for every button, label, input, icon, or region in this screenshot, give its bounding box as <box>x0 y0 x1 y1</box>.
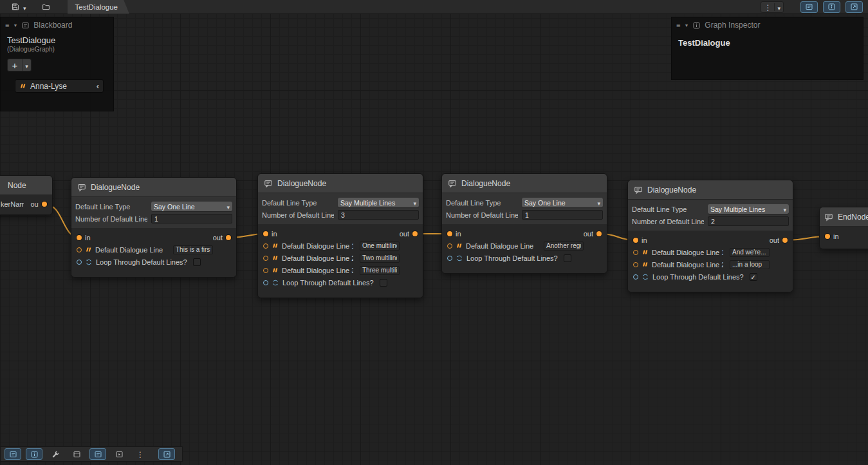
out-port[interactable] <box>226 235 231 240</box>
dialogue-line-port[interactable] <box>263 256 268 261</box>
dialogue-line-port[interactable] <box>263 243 268 249</box>
loop-port[interactable] <box>77 260 82 265</box>
loop-port[interactable] <box>263 280 268 285</box>
blackboard-header[interactable]: ≡ ▼ Blackboard <box>1 17 113 33</box>
collapse-arrow-icon[interactable]: ▼ <box>13 23 17 28</box>
line-type-dropdown[interactable]: Say Multiple Lines <box>708 204 789 214</box>
panel-play-icon <box>115 450 124 459</box>
inspector-toggle-button[interactable] <box>26 448 42 460</box>
dialogue-line-label: Default Dialogue Line 3 <box>282 267 353 274</box>
dialogue-line-input[interactable] <box>173 245 213 254</box>
blackboard-toggle-button[interactable] <box>800 1 818 13</box>
maximize-button[interactable] <box>158 448 175 460</box>
loop-checkbox[interactable] <box>380 279 387 287</box>
window-button[interactable] <box>68 448 85 460</box>
node-title-bar[interactable]: DialogueNode <box>258 174 423 193</box>
line-type-label: Default Line Type <box>262 199 334 207</box>
end-node[interactable]: EndNode in <box>819 207 868 249</box>
node-title-bar[interactable]: DialogueNode <box>628 180 793 200</box>
graph-tab[interactable]: TestDialogue <box>68 0 129 14</box>
blackboard-icon <box>94 450 102 459</box>
out-port[interactable] <box>42 202 47 207</box>
hamburger-icon[interactable]: ≡ <box>5 22 9 29</box>
panel-button[interactable] <box>111 448 127 460</box>
add-property-button[interactable]: + <box>8 59 22 71</box>
speaker-node-partial[interactable]: Node kerName out <box>0 175 53 215</box>
out-port[interactable] <box>596 231 602 236</box>
in-port-label: in <box>272 230 277 238</box>
dialogue-node-2[interactable]: DialogueNode Default Line Type Say Multi… <box>257 173 423 298</box>
dialogue-line-input[interactable] <box>544 242 584 251</box>
maximize-button[interactable] <box>845 1 863 13</box>
in-port[interactable] <box>633 238 638 243</box>
node-title-label: DialogueNode <box>91 183 140 192</box>
open-asset-button[interactable] <box>40 1 52 13</box>
node-title-bar[interactable]: EndNode <box>820 207 868 227</box>
dialogue-line-port[interactable] <box>633 250 638 255</box>
kebab-menu-icon <box>136 448 144 460</box>
dialogue-line-input[interactable] <box>730 248 770 257</box>
num-lines-input[interactable] <box>708 216 789 226</box>
inspector-graph-name: TestDialogue <box>678 38 856 48</box>
save-button[interactable] <box>9 1 21 13</box>
line-type-dropdown[interactable]: Say One Line <box>151 202 232 211</box>
save-dropdown-button[interactable] <box>21 1 28 13</box>
num-lines-input[interactable] <box>151 214 232 223</box>
dialogue-line-input[interactable] <box>360 242 400 251</box>
node-title-bar[interactable]: DialogueNode <box>71 178 236 197</box>
in-port[interactable] <box>447 231 452 236</box>
dialogue-line-port[interactable] <box>633 262 638 267</box>
collapse-arrow-icon[interactable]: ▼ <box>684 23 688 28</box>
loop-checkbox[interactable] <box>564 254 571 262</box>
loop-icon <box>272 279 279 287</box>
dialogue-line-input[interactable] <box>360 266 400 275</box>
overflow-menu-button[interactable] <box>132 448 149 460</box>
bottom-toolbar <box>0 446 183 462</box>
dialogue-line-port[interactable] <box>263 268 268 273</box>
out-port[interactable] <box>412 231 418 236</box>
inspector-toggle-button[interactable] <box>823 1 840 13</box>
chevron-down-icon <box>23 1 26 13</box>
blackboard-toggle-button[interactable] <box>5 448 21 460</box>
inspector-header[interactable]: ≡ ▼ Graph Inspector <box>672 17 863 33</box>
loop-checkbox[interactable]: ✓ <box>750 273 757 281</box>
dialogue-line-port[interactable] <box>77 247 82 252</box>
node-title-bar[interactable]: Node <box>0 176 52 195</box>
blackboard-field-anna-lyse[interactable]: Anna-Lyse ‹ <box>15 79 104 93</box>
dialogue-node-1[interactable]: DialogueNode Default Line Type Say One L… <box>71 177 237 278</box>
board-button[interactable] <box>89 448 106 460</box>
port-label: kerName <box>1 200 24 208</box>
num-lines-label: Number of Default Lines <box>75 215 147 223</box>
node-title-bar[interactable]: DialogueNode <box>442 174 607 193</box>
out-port-label: out <box>400 230 409 238</box>
dialogue-node-4[interactable]: DialogueNode Default Line Type Say Multi… <box>627 180 793 292</box>
in-port[interactable] <box>77 235 82 240</box>
loop-checkbox[interactable] <box>193 258 201 266</box>
dialogue-line-label: Default Dialogue Line <box>95 246 163 254</box>
hamburger-icon[interactable]: ≡ <box>676 22 680 29</box>
blackboard-panel: ≡ ▼ Blackboard TestDialogue (DialogueGra… <box>0 17 114 111</box>
overflow-menu-button[interactable] <box>761 1 784 13</box>
in-port[interactable] <box>825 234 830 239</box>
line-type-dropdown[interactable]: Say Multiple Lines <box>338 198 419 207</box>
num-lines-input[interactable] <box>522 210 603 220</box>
out-port[interactable] <box>782 238 788 243</box>
info-icon <box>827 3 836 11</box>
num-lines-input[interactable] <box>338 210 419 220</box>
chevron-left-icon[interactable]: ‹ <box>97 81 99 91</box>
loop-label: Loop Through Default Lines? <box>652 273 744 281</box>
divider <box>774 3 775 11</box>
node-ports: in out Default Dialogue Line Loop Throug… <box>442 224 607 273</box>
line-type-value: Say Multiple Lines <box>340 199 413 207</box>
dialogue-line-input[interactable] <box>360 254 400 263</box>
settings-button[interactable] <box>47 448 64 460</box>
node-title-label: EndNode <box>838 213 868 222</box>
loop-port[interactable] <box>447 256 452 261</box>
dialogue-node-3[interactable]: DialogueNode Default Line Type Say One L… <box>441 173 607 274</box>
in-port[interactable] <box>263 231 268 236</box>
dialogue-line-port[interactable] <box>447 243 452 249</box>
line-type-dropdown[interactable]: Say One Line <box>522 198 603 207</box>
add-property-dropdown[interactable] <box>23 59 31 71</box>
dialogue-line-input[interactable] <box>730 260 770 269</box>
loop-port[interactable] <box>633 274 638 280</box>
